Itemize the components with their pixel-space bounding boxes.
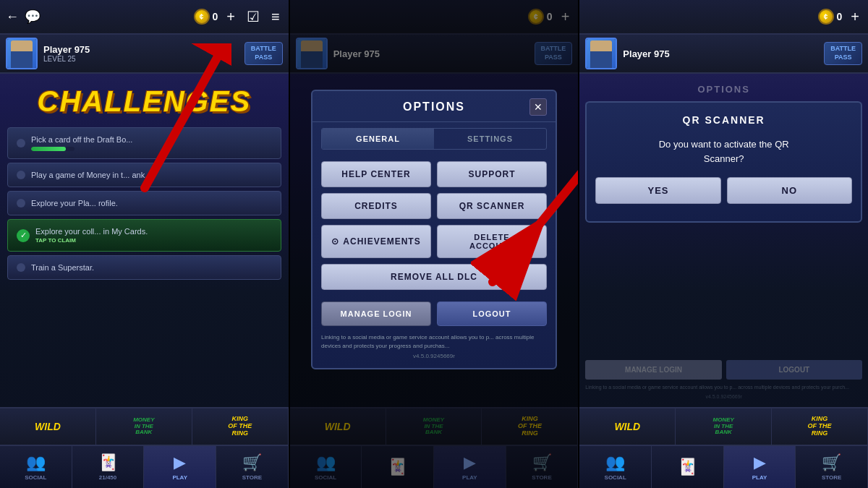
options-grid: HELP CENTER SUPPORT CREDITS QR SCANNER ⊙… <box>312 155 556 296</box>
challenge-dot <box>17 139 25 147</box>
options-dialog: OPTIONS ✕ GENERAL SETTINGS HELP CENTER S… <box>311 90 557 369</box>
promo-king-label-3: KINGOF THERING <box>808 416 832 437</box>
add-button[interactable]: + <box>224 7 238 27</box>
promo-king-label: KINGOF THERING <box>228 416 252 437</box>
play-icon-3: ▶ <box>754 453 766 472</box>
coin-icon: ¢ <box>194 9 210 25</box>
nav-play-3[interactable]: ▶ PLAY <box>724 446 796 488</box>
footer-buttons-bg: MANAGE LOGIN LOGOUT <box>585 360 862 380</box>
support-button[interactable]: SUPPORT <box>437 161 547 187</box>
challenge-text-5: Train a Superstar. <box>31 263 272 272</box>
player-bar-3: Player 975 BATTLEPASS <box>579 35 868 74</box>
options-header: OPTIONS ✕ <box>312 91 556 122</box>
cards-icon-3: 🃏 <box>678 458 697 476</box>
promo-king-3[interactable]: KINGOF THERING <box>772 408 868 445</box>
version-text: v4.5.0.9245669r <box>312 350 556 359</box>
footer-bg: MANAGE LOGIN LOGOUT Linking to a social … <box>579 354 868 405</box>
challenge-item-5[interactable]: Train a Superstar. <box>7 255 281 280</box>
menu-icon[interactable]: ≡ <box>268 7 283 27</box>
options-title-bg: OPTIONS <box>585 80 862 99</box>
promo-bar: WILD MONEYIN THEBANK KINGOF THERING <box>0 407 289 445</box>
promo-king-of-ring[interactable]: KINGOF THERING <box>192 408 289 445</box>
coin-group-3: ¢ 0 <box>818 9 843 25</box>
challenge-item-1[interactable]: Pick a card off the Draft Bo... <box>7 127 281 159</box>
top-bar: ← 💬 ¢ 0 + ☑ ≡ <box>0 0 289 35</box>
nav-label-social-3: SOCIAL <box>605 474 626 481</box>
logout-bg: LOGOUT <box>726 360 862 380</box>
avatar-inner <box>7 39 36 68</box>
delete-account-button[interactable]: DELETEACCOUNT <box>437 225 547 258</box>
challenge-item-3[interactable]: Explore your Pla... rofile. <box>7 191 281 215</box>
nav-store[interactable]: 🛒 STORE <box>216 446 289 488</box>
qr-scanner-dialog: QR SCANNER Do you want to activate the Q… <box>585 101 862 223</box>
promo-money-label-3: MONEYIN THEBANK <box>713 417 734 436</box>
help-center-button[interactable]: HELP CENTER <box>321 161 431 187</box>
nav-social[interactable]: 👥 SOCIAL <box>0 446 72 488</box>
top-bar-3: ¢ 0 + <box>579 0 868 35</box>
nav-cards[interactable]: 🃏 21/450 <box>72 446 145 488</box>
player-name: Player 975 <box>43 44 239 55</box>
battle-pass-badge-3[interactable]: BATTLEPASS <box>824 42 862 64</box>
qr-dialog-title: QR SCANNER <box>595 114 852 126</box>
promo-wild-3[interactable]: WILD <box>579 408 676 445</box>
tabs-row: GENERAL SETTINGS <box>321 128 547 150</box>
footer-text-bg: Linking to a social media or game servic… <box>585 384 862 391</box>
player-avatar <box>6 38 38 69</box>
tab-general[interactable]: GENERAL <box>322 129 434 149</box>
nav-play-label-3: PLAY <box>752 474 767 481</box>
player-bar: Player 975 LEVEL 25 BATTLEPASS <box>0 35 289 74</box>
challenge-text-4: Explore your coll... in My Cards. <box>35 227 272 236</box>
challenge-dot <box>17 199 25 207</box>
challenge-content: Pick a card off the Draft Bo... <box>31 135 272 151</box>
challenge-dot <box>17 171 25 179</box>
promo-wild-label-3: WILD <box>614 421 640 432</box>
promo-wild[interactable]: WILD <box>0 408 96 445</box>
nav-bar-3: 👥 SOCIAL 🃏 ▶ PLAY 🛒 STORE <box>579 445 868 488</box>
promo-money-in-bank[interactable]: MONEYIN THEBANK <box>96 408 192 445</box>
coin-icon-3: ¢ <box>818 9 834 25</box>
coin-group: ¢ 0 <box>194 9 218 25</box>
battle-pass-badge[interactable]: BATTLEPASS <box>244 42 283 64</box>
tap-to-claim: TAP TO CLAIM <box>35 237 272 244</box>
qr-yes-button[interactable]: YES <box>595 177 720 204</box>
promo-bar-3: WILD MONEYIN THEBANK KINGOF THERING <box>579 407 868 445</box>
qr-no-button[interactable]: NO <box>727 177 852 204</box>
add-button-3[interactable]: + <box>848 7 862 27</box>
panel-qr-confirm: ¢ 0 + Player 975 BATTLEPASS OPTIONS GENE… <box>579 0 868 488</box>
challenge-item-4[interactable]: ✓ Explore your coll... in My Cards. TAP … <box>7 219 281 252</box>
panel-challenges: ← 💬 ¢ 0 + ☑ ≡ Player 975 LEVEL 25 BATTLE… <box>0 0 290 488</box>
nav-cards-3[interactable]: 🃏 <box>652 446 724 488</box>
manage-login-button[interactable]: MANAGE LOGIN <box>321 301 431 326</box>
cards-icon: 🃏 <box>98 453 118 472</box>
promo-money-label: MONEYIN THEBANK <box>133 417 154 436</box>
achievements-button[interactable]: ⊙ ACHIEVEMENTS <box>321 225 431 258</box>
achievements-icon: ⊙ <box>331 236 339 247</box>
promo-money-3[interactable]: MONEYIN THEBANK <box>676 408 772 445</box>
qr-scanner-button[interactable]: QR SCANNER <box>437 193 547 219</box>
tasks-icon[interactable]: ☑ <box>244 7 263 27</box>
player-info: Player 975 LEVEL 25 <box>43 44 239 63</box>
challenge-text-2: Play a game of Money in t... ank. <box>31 171 272 179</box>
logout-button[interactable]: LOGOUT <box>437 301 547 326</box>
nav-play[interactable]: ▶ PLAY <box>144 446 216 488</box>
bottom-nav: WILD MONEYIN THEBANK KINGOF THERING 👥 SO… <box>0 407 289 488</box>
player-level: LEVEL 25 <box>43 55 239 63</box>
remove-dlc-button[interactable]: REMOVE ALL DLC <box>321 264 547 290</box>
challenge-item-2[interactable]: Play a game of Money in t... ank. <box>7 163 281 187</box>
tab-settings[interactable]: SETTINGS <box>434 129 546 149</box>
back-button[interactable]: ← <box>6 9 19 25</box>
footer-text: Linking to a social media or game servic… <box>312 329 556 349</box>
qr-question: Do you want to activate the QRScanner? <box>595 137 852 166</box>
challenge-text: Pick a card off the Draft Bo... <box>31 135 272 144</box>
challenges-section: CHALLENGES <box>0 74 289 124</box>
credits-button[interactable]: CREDITS <box>321 193 431 219</box>
chat-icon[interactable]: 💬 <box>25 9 41 25</box>
close-button[interactable]: ✕ <box>529 98 547 116</box>
nav-store-3[interactable]: 🛒 STORE <box>796 446 868 488</box>
manage-bg: MANAGE LOGIN <box>585 360 721 380</box>
avatar-inner-3 <box>587 39 616 68</box>
nav-play-label: PLAY <box>172 474 187 481</box>
nav-social-3[interactable]: 👥 SOCIAL <box>579 446 652 488</box>
challenge-content-4: Explore your coll... in My Cards. TAP TO… <box>35 227 272 244</box>
panel-options: ¢ 0 + Player 975 BATTLEPASS OPTIONS ✕ GE… <box>290 0 580 488</box>
